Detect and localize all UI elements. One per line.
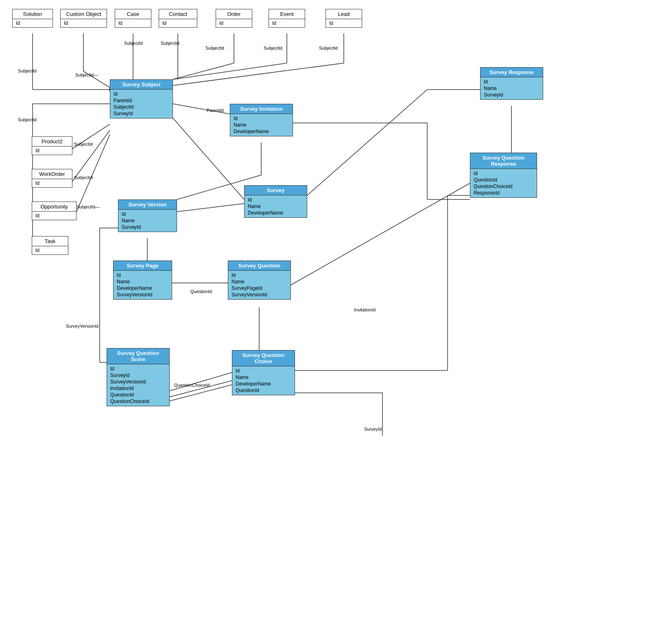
svg-line-13 xyxy=(72,130,110,181)
sqc-field-questionid: QuestionId xyxy=(236,387,291,394)
label-subjectid-task: SubjectId xyxy=(18,117,37,122)
survey-field-id: Id xyxy=(248,197,304,203)
survey-response-header: Survey Response xyxy=(481,68,543,77)
survey-field-name: Name xyxy=(248,203,304,210)
survey-version-field-surveyid: SurveyId xyxy=(122,224,173,230)
sqr-field-questionid: QuestionId xyxy=(474,177,533,183)
survey-question-field-versionid: SurveyVersionId xyxy=(232,291,287,298)
label-subjectid-contact: SubjectId xyxy=(161,41,179,46)
survey-question-entity: Survey Question Id Name SurveyPageId Sur… xyxy=(228,261,291,300)
survey-header: Survey xyxy=(245,186,307,195)
workorder-id: Id xyxy=(32,179,72,187)
sr-field-surveyid: SurveyId xyxy=(484,92,540,98)
survey-question-field-name: Name xyxy=(232,278,287,285)
contact-title: Contact xyxy=(159,9,197,19)
opportunity-id: Id xyxy=(32,212,76,220)
sqr-field-choiceid: QuestionChoiceId xyxy=(474,183,533,190)
event-entity: Event Id xyxy=(269,9,305,28)
label-invitationid: InvitationId xyxy=(354,307,376,312)
survey-question-response-body: Id QuestionId QuestionChoiceId ResponseI… xyxy=(470,169,537,197)
label-subjectid-custom: SubjectId— xyxy=(75,72,98,77)
survey-page-entity: Survey Page Id Name DeveloperName Survey… xyxy=(113,261,172,300)
survey-page-field-versionid: SurveyVersionId xyxy=(117,291,168,298)
case-entity: Case Id xyxy=(115,9,151,28)
solution-id: Id xyxy=(13,19,52,27)
sr-field-id: Id xyxy=(484,79,540,85)
svg-line-29 xyxy=(291,183,470,285)
survey-page-field-id: Id xyxy=(117,272,168,278)
sqs-field-invitationid: InvitationId xyxy=(110,385,166,392)
order-id: Id xyxy=(216,19,252,27)
label-subjectid-product2: SubjectId xyxy=(74,142,93,147)
label-surveyversionid: SurveyVersionId xyxy=(66,324,98,329)
survey-invitation-field-devname: DeveloperName xyxy=(234,128,289,135)
custom-object-entity: Custom Object Id xyxy=(60,9,107,28)
survey-response-body: Id Name SurveyId xyxy=(481,77,543,99)
survey-version-field-id: Id xyxy=(122,211,173,217)
survey-question-choice-header: Survey Question Choice xyxy=(232,350,295,366)
sqs-field-id: Id xyxy=(110,366,166,372)
svg-line-9 xyxy=(173,63,287,79)
survey-subject-header: Survey Subject xyxy=(110,80,173,90)
survey-invitation-header: Survey Invitation xyxy=(230,104,293,114)
label-surveyid-bottom: SurveyId xyxy=(364,427,382,432)
product2-title: Product2 xyxy=(32,137,72,147)
sqr-field-id: Id xyxy=(474,170,533,177)
label-subjectid-lead: SubjectId xyxy=(319,46,338,50)
survey-invitation-field-id: Id xyxy=(234,115,289,122)
opportunity-entity: Opportunity Id xyxy=(32,202,76,220)
survey-subject-field-surveyid: SurveyId xyxy=(114,110,169,117)
survey-field-devname: DeveloperName xyxy=(248,210,304,216)
workorder-title: WorkOrder xyxy=(32,169,72,179)
survey-invitation-entity: Survey Invitation Id Name DeveloperName xyxy=(230,104,293,136)
survey-version-field-name: Name xyxy=(122,217,173,224)
survey-version-entity: Survey Version Id Name SurveyId xyxy=(118,199,177,232)
survey-question-field-id: Id xyxy=(232,272,287,278)
survey-question-choice-body: Id Name DeveloperName QuestionId xyxy=(232,366,295,395)
diagram-container: Solution Id Custom Object Id Case Id Con… xyxy=(0,0,651,644)
survey-page-field-name: Name xyxy=(117,278,168,285)
survey-invitation-field-name: Name xyxy=(234,122,289,128)
label-subjectid-opportunity: SubjectId— xyxy=(76,204,100,209)
sr-field-name: Name xyxy=(484,85,540,92)
case-id: Id xyxy=(115,19,151,27)
survey-version-header: Survey Version xyxy=(118,200,177,210)
survey-question-choice-entity: Survey Question Choice Id Name Developer… xyxy=(232,350,295,395)
task-id: Id xyxy=(32,246,68,254)
lead-entity: Lead Id xyxy=(326,9,362,28)
survey-subject-field-subjectid: SubjectId xyxy=(114,104,169,110)
survey-subject-field-id: Id xyxy=(114,91,169,97)
custom-object-id: Id xyxy=(61,19,107,27)
sqs-field-versionid: SurveyVersionId xyxy=(110,379,166,385)
sqc-field-id: Id xyxy=(236,368,291,374)
label-subjectid-event: SubjectId xyxy=(264,46,282,50)
custom-object-title: Custom Object xyxy=(61,9,107,19)
survey-question-response-entity: Survey Question Response Id QuestionId Q… xyxy=(470,153,537,198)
solution-entity: Solution Id xyxy=(12,9,53,28)
label-subjectid-workorder: SubjectId xyxy=(74,175,93,180)
lead-title: Lead xyxy=(326,9,362,19)
survey-question-score-body: Id SurveyId SurveyVersionId InvitationId… xyxy=(107,364,169,406)
product2-id: Id xyxy=(32,147,72,155)
task-title: Task xyxy=(32,237,68,246)
survey-question-score-entity: Survey Question Score Id SurveyId Survey… xyxy=(107,348,170,406)
survey-page-header: Survey Page xyxy=(114,261,172,271)
workorder-entity: WorkOrder Id xyxy=(32,169,72,188)
label-subjectid-solution: SubjectId xyxy=(18,68,37,73)
event-title: Event xyxy=(269,9,305,19)
survey-subject-entity: Survey Subject Id ParentId SubjectId Sur… xyxy=(110,79,173,118)
task-entity: Task Id xyxy=(32,236,68,255)
case-title: Case xyxy=(115,9,151,19)
survey-entity: Survey Id Name DeveloperName xyxy=(244,185,307,218)
survey-version-body: Id Name SurveyId xyxy=(118,210,177,232)
event-id: Id xyxy=(269,19,305,27)
sqc-field-name: Name xyxy=(236,374,291,381)
survey-question-body: Id Name SurveyPageId SurveyVersionId xyxy=(228,271,291,299)
svg-line-37 xyxy=(307,90,427,195)
contact-id: Id xyxy=(159,19,197,27)
connector-lines xyxy=(0,0,651,644)
label-questionchoiceid: QuestionChoiceId xyxy=(174,383,210,388)
svg-line-25 xyxy=(170,372,232,391)
product2-entity: Product2 Id xyxy=(32,136,72,155)
sqs-field-choiceid: QuestionChoiceId xyxy=(110,398,166,405)
